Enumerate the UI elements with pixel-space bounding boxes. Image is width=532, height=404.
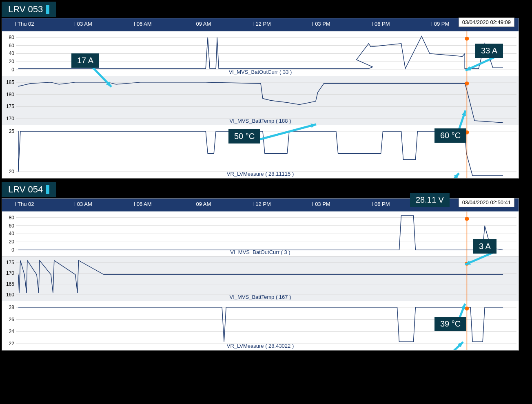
accent-bar	[46, 185, 49, 194]
chart-container[interactable]: Thu 0203 AM06 AM09 AM12 PM03 PM06 PM09 P…	[2, 198, 519, 351]
time-tick: 09 AM	[196, 21, 211, 27]
panel-title-label: LRV 054	[8, 184, 43, 195]
time-tick: Thu 02	[18, 21, 34, 27]
time-tick: 03 AM	[77, 21, 92, 27]
chart-strip-VI_MVS_BatOutCurr[interactable]: 020406080VI_MVS_BatOutCurr ( 3 )	[2, 212, 519, 256]
chart-container[interactable]: Thu 0203 AM06 AM09 AM12 PM03 PM06 PM09 P…	[2, 18, 519, 179]
svg-text:175: 175	[6, 260, 14, 265]
panel-title: LRV 053	[2, 2, 56, 17]
strip-label: VI_MVS_BattTemp ( 188 )	[229, 118, 291, 124]
svg-point-21	[465, 82, 469, 86]
annotation-label: 28.11 V	[410, 193, 450, 207]
svg-text:20: 20	[9, 169, 15, 174]
chart-strip-VI_MVS_BattTemp[interactable]: 170175180185VI_MVS_BattTemp ( 188 )	[2, 76, 519, 125]
svg-text:170: 170	[6, 116, 14, 121]
strip-label: VR_LVMeasure ( 28.43022 )	[227, 343, 294, 349]
svg-text:80: 80	[9, 215, 15, 221]
svg-text:165: 165	[6, 281, 14, 287]
time-tick: 06 PM	[375, 21, 390, 27]
cursor-timestamp: 03/04/2020 02:50:41	[459, 198, 514, 207]
annotation-label: 3 A	[473, 239, 497, 254]
svg-text:185: 185	[6, 79, 14, 85]
time-tick: Thu 02	[18, 201, 34, 207]
svg-text:20: 20	[9, 59, 15, 64]
annotation-label: 33 A	[475, 44, 503, 58]
time-tick: 03 AM	[77, 201, 92, 207]
panel-title-label: LRV 053	[8, 4, 43, 15]
svg-text:175: 175	[6, 104, 14, 109]
time-tick: 03 PM	[315, 21, 330, 27]
svg-point-49	[465, 217, 469, 221]
panel-group: LRV 054Thu 0203 AM06 AM09 AM12 PM03 PM06…	[0, 180, 532, 352]
time-tick: 06 AM	[137, 201, 152, 207]
svg-text:40: 40	[9, 51, 15, 57]
strip-label: VI_MVS_BatOutCurr ( 33 )	[229, 69, 292, 75]
time-tick: 09 AM	[196, 201, 211, 207]
strip-label: VR_LVMeasure ( 28.11115 )	[227, 171, 294, 177]
svg-text:0: 0	[11, 247, 14, 253]
svg-text:40: 40	[9, 231, 15, 237]
strip-label: VI_MVS_BatOutCurr ( 3 )	[230, 249, 290, 255]
svg-point-11	[465, 37, 469, 41]
svg-text:180: 180	[6, 92, 14, 97]
time-tick: 12 PM	[255, 201, 271, 207]
time-tick: 06 PM	[375, 201, 390, 207]
svg-text:28: 28	[9, 305, 15, 310]
annotation-label: 60 °C	[434, 128, 466, 143]
strip-label: VI_MVS_BattTemp ( 167 )	[229, 294, 291, 300]
accent-bar	[46, 5, 49, 14]
svg-point-69	[465, 307, 469, 311]
cursor-timestamp: 03/04/2020 02:49:09	[459, 18, 514, 27]
svg-text:80: 80	[9, 35, 15, 40]
chart-strip-VI_MVS_BattTemp[interactable]: 160165170175VI_MVS_BattTemp ( 167 )	[2, 256, 519, 301]
svg-text:170: 170	[6, 270, 14, 276]
panel-title: LRV 054	[2, 182, 56, 197]
svg-text:20: 20	[9, 239, 15, 245]
svg-text:60: 60	[9, 223, 15, 229]
svg-text:60: 60	[9, 43, 15, 49]
time-tick: 12 PM	[255, 21, 271, 27]
annotation-label: 50 °C	[228, 129, 260, 143]
time-tick: 09 PM	[434, 21, 450, 27]
svg-text:160: 160	[6, 292, 14, 298]
svg-text:26: 26	[9, 317, 15, 322]
time-tick: 06 AM	[137, 21, 152, 27]
svg-text:0: 0	[11, 67, 14, 73]
svg-point-59	[465, 262, 469, 266]
svg-text:22: 22	[9, 341, 15, 347]
annotation-label: 17 A	[71, 53, 99, 68]
time-tick: 03 PM	[315, 201, 330, 207]
svg-text:25: 25	[9, 128, 15, 134]
svg-text:24: 24	[9, 329, 15, 334]
annotation-label: 39 °C	[434, 317, 466, 331]
panel-group: LRV 053Thu 0203 AM06 AM09 AM12 PM03 PM06…	[0, 0, 532, 180]
time-axis[interactable]: Thu 0203 AM06 AM09 AM12 PM03 PM06 PM09 P…	[2, 18, 519, 31]
